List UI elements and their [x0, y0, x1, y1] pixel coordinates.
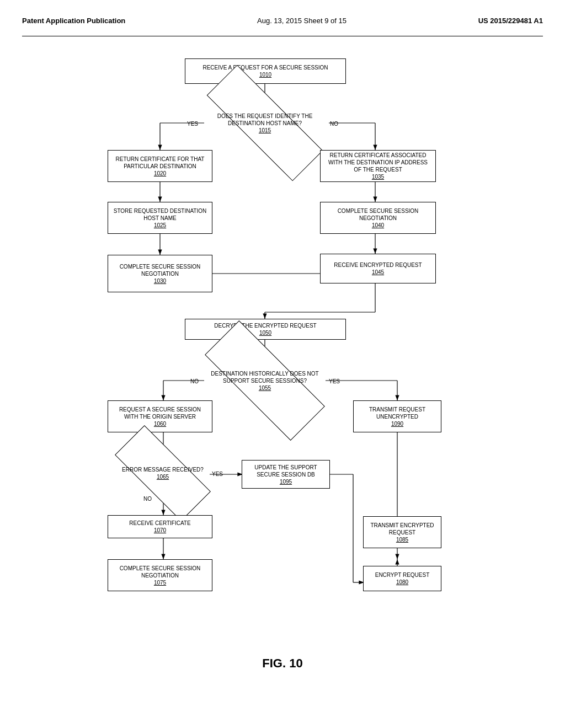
page-header: Patent Application Publication Aug. 13, …: [22, 11, 543, 36]
box-1085-text: TRANSMIT ENCRYPTED REQUEST: [367, 522, 438, 536]
box-1075-ref: 1075: [154, 579, 166, 586]
label-yes-1015: YES: [187, 121, 198, 127]
box-1050-ref: 1050: [259, 329, 271, 336]
header-left: Patent Application Publication: [22, 17, 125, 25]
label-yes-1065: YES: [212, 471, 223, 477]
box-1030-text: COMPLETE SECURE SESSION NEGOTIATION: [111, 263, 209, 277]
box-1090-ref: 1090: [391, 420, 403, 427]
box-1035-ref: 1035: [372, 173, 384, 180]
label-no-1065: NO: [143, 496, 152, 502]
box-1095-text: UPDATE THE SUPPORT SECURE SESSION DB: [246, 464, 326, 478]
box-1070-ref: 1070: [154, 527, 166, 534]
box-1035-text: RETURN CERTIFICATE ASSOCIATED WITH THE D…: [324, 152, 432, 173]
box-1035: RETURN CERTIFICATE ASSOCIATED WITH THE D…: [320, 150, 436, 182]
box-1040-ref: 1040: [372, 222, 384, 229]
box-1080: ENCRYPT REQUEST 1080: [363, 566, 441, 591]
box-1030-ref: 1030: [154, 277, 166, 285]
box-1050: DECRYPT THE ENCRYPTED REQUEST 1050: [185, 319, 346, 340]
box-1070-text: RECEIVE CERTIFICATE: [129, 520, 190, 527]
diagram-area: RECEIVE A REQUEST FOR A SECURE SESSION 1…: [22, 42, 543, 682]
box-1010-ref: 1010: [259, 71, 271, 78]
box-1025-text: STORE REQUESTED DESTINATION HOST NAME: [111, 207, 209, 222]
box-1060-ref: 1060: [154, 420, 166, 427]
diamond-1055: DESTINATION HISTORICALLY DOES NOT SUPPOR…: [204, 356, 326, 405]
box-1020-text: RETURN CERTIFICATE FOR THAT PARTICULAR D…: [111, 156, 209, 170]
label-no-1055: NO: [190, 378, 199, 384]
box-1075: COMPLETE SECURE SESSION NEGOTIATION 1075: [108, 559, 212, 591]
box-1080-text: ENCRYPT REQUEST: [375, 571, 430, 579]
box-1045-text: RECEIVE ENCRYPTED REQUEST: [334, 261, 422, 269]
diamond-1015-text: DOES THE REQUEST IDENTIFY THE DESTINATIO…: [204, 111, 326, 135]
box-1090-text: TRANSMIT REQUEST UNENCRYPTED: [357, 406, 438, 420]
box-1030: COMPLETE SECURE SESSION NEGOTIATION 1030: [108, 255, 212, 292]
diamond-1065: ERROR MESSAGE RECEIVED? 1065: [116, 452, 210, 494]
box-1010-text: RECEIVE A REQUEST FOR A SECURE SESSION: [202, 64, 328, 71]
box-1040: COMPLETE SECURE SESSION NEGOTIATION 1040: [320, 202, 436, 234]
box-1090: TRANSMIT REQUEST UNENCRYPTED 1090: [353, 400, 441, 432]
box-1045-ref: 1045: [372, 269, 384, 276]
box-1095: UPDATE THE SUPPORT SECURE SESSION DB 109…: [242, 460, 330, 489]
box-1045: RECEIVE ENCRYPTED REQUEST 1045: [320, 254, 436, 283]
diamond-1015: DOES THE REQUEST IDENTIFY THE DESTINATIO…: [204, 101, 326, 144]
box-1050-text: DECRYPT THE ENCRYPTED REQUEST: [214, 322, 316, 329]
box-1020: RETURN CERTIFICATE FOR THAT PARTICULAR D…: [108, 150, 212, 182]
figure-caption: FIG. 10: [22, 656, 543, 671]
box-1085: TRANSMIT ENCRYPTED REQUEST 1085: [363, 516, 441, 548]
diamond-1065-text: ERROR MESSAGE RECEIVED? 1065: [121, 465, 205, 481]
page: Patent Application Publication Aug. 13, …: [0, 0, 565, 728]
diamond-1055-text: DESTINATION HISTORICALLY DOES NOT SUPPOR…: [204, 369, 326, 393]
box-1095-ref: 1095: [280, 478, 292, 485]
box-1010: RECEIVE A REQUEST FOR A SECURE SESSION 1…: [185, 58, 346, 84]
label-no-1015: NO: [330, 121, 338, 127]
box-1025: STORE REQUESTED DESTINATION HOST NAME 10…: [108, 202, 212, 234]
header-center: Aug. 13, 2015 Sheet 9 of 15: [257, 17, 347, 25]
box-1040-text: COMPLETE SECURE SESSION NEGOTIATION: [324, 207, 432, 222]
header-right: US 2015/229481 A1: [478, 17, 543, 25]
box-1075-text: COMPLETE SECURE SESSION NEGOTIATION: [111, 565, 209, 579]
box-1080-ref: 1080: [396, 579, 408, 586]
box-1025-ref: 1025: [154, 222, 166, 229]
box-1085-ref: 1085: [396, 536, 408, 543]
box-1060-text: REQUEST A SECURE SESSION WITH THE ORIGIN…: [111, 406, 209, 420]
box-1070: RECEIVE CERTIFICATE 1070: [108, 515, 212, 538]
box-1060: REQUEST A SECURE SESSION WITH THE ORIGIN…: [108, 400, 212, 432]
box-1020-ref: 1020: [154, 170, 166, 177]
label-yes-1055: YES: [329, 378, 340, 384]
